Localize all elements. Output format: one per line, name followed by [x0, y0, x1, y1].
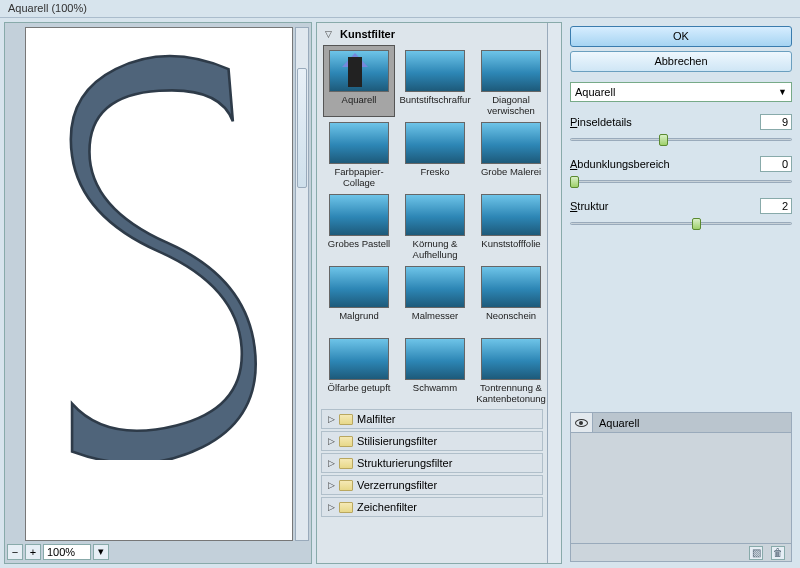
thumb-label: Kunststofffolie — [476, 238, 546, 260]
disclosure-triangle-icon: ▷ — [328, 414, 335, 424]
zoom-percent[interactable]: 100% — [43, 544, 91, 560]
eye-icon — [575, 419, 588, 427]
thumb-image — [329, 194, 389, 236]
param-label: Struktur — [570, 200, 609, 212]
disclosure-triangle-icon: ▷ — [328, 458, 335, 468]
thumb-label: Neonschein — [476, 310, 546, 332]
delete-effect-layer-button[interactable]: 🗑 — [771, 546, 785, 560]
slider-thumb[interactable] — [659, 134, 668, 146]
thumb-image — [481, 122, 541, 164]
filter-thumb[interactable]: Farbpapier-Collage — [323, 117, 395, 189]
thumb-image — [329, 266, 389, 308]
category-label: Malfilter — [357, 413, 396, 425]
thumb-label: Farbpapier-Collage — [324, 166, 394, 188]
category-label: Stilisierungsfilter — [357, 435, 437, 447]
thumb-label: Grobes Pastell — [324, 238, 394, 260]
filter-thumb[interactable]: Aquarell — [323, 45, 395, 117]
folder-icon — [339, 458, 353, 469]
thumb-label: Malgrund — [324, 310, 394, 332]
thumb-label: Malmesser — [400, 310, 470, 332]
thumb-image — [329, 50, 389, 92]
filter-thumb[interactable]: Grobe Malerei — [475, 117, 547, 189]
thumb-image — [405, 194, 465, 236]
slider-thumb[interactable] — [692, 218, 701, 230]
param-abdunklungsbereich: Abdunklungsbereich0 — [570, 156, 792, 188]
filter-thumb[interactable]: Buntstiftschraffur — [399, 45, 471, 117]
thumb-label: Ölfarbe getupft — [324, 382, 394, 404]
filter-thumb[interactable]: Grobes Pastell — [323, 189, 395, 261]
zoom-in-button[interactable]: + — [25, 544, 41, 560]
filter-thumb[interactable]: Ölfarbe getupft — [323, 333, 395, 405]
preview-canvas[interactable] — [25, 27, 293, 541]
layer-name: Aquarell — [593, 413, 791, 432]
param-slider[interactable] — [570, 134, 792, 146]
disclosure-triangle-icon: ▷ — [328, 436, 335, 446]
disclosure-triangle-icon: ▷ — [328, 502, 335, 512]
zoom-out-button[interactable]: − — [7, 544, 23, 560]
param-slider[interactable] — [570, 176, 792, 188]
param-slider[interactable] — [570, 218, 792, 230]
window-title: Aquarell (100%) — [0, 0, 800, 18]
param-value[interactable]: 0 — [760, 156, 792, 172]
category-collapsed[interactable]: ▷Stilisierungsfilter — [321, 431, 543, 451]
thumb-label: Buntstiftschraffur — [400, 94, 470, 116]
filter-thumb[interactable]: Malmesser — [399, 261, 471, 333]
category-collapsed[interactable]: ▷Zeichenfilter — [321, 497, 543, 517]
param-label: Abdunklungsbereich — [570, 158, 670, 170]
effect-layers-panel: Aquarell ▧ 🗑 — [570, 412, 792, 562]
thumb-image — [329, 338, 389, 380]
filter-select-value: Aquarell — [575, 86, 615, 98]
thumb-image — [481, 266, 541, 308]
filter-gallery-panel: ▽ Kunstfilter AquarellBuntstiftschraffur… — [316, 22, 562, 564]
filter-thumb[interactable]: Fresko — [399, 117, 471, 189]
thumb-label: Aquarell — [324, 94, 394, 116]
filter-select[interactable]: Aquarell ▼ — [570, 82, 792, 102]
thumb-label: Diagonal verwischen — [476, 94, 546, 116]
thumb-image — [481, 50, 541, 92]
layers-empty-area — [571, 433, 791, 543]
thumb-label: Körnung & Aufhellung — [400, 238, 470, 260]
visibility-toggle[interactable] — [571, 413, 593, 433]
filter-thumb[interactable]: Diagonal verwischen — [475, 45, 547, 117]
folder-icon — [339, 502, 353, 513]
folder-icon — [339, 436, 353, 447]
gallery-vscrollbar[interactable] — [547, 23, 561, 563]
thumb-image — [329, 122, 389, 164]
preview-image — [46, 43, 272, 460]
filter-thumb[interactable]: Tontrennung & Kantenbetonung — [475, 333, 547, 405]
thumb-image — [405, 266, 465, 308]
category-collapsed[interactable]: ▷Verzerrungsfilter — [321, 475, 543, 495]
param-value[interactable]: 9 — [760, 114, 792, 130]
param-label: Pinseldetails — [570, 116, 632, 128]
filter-thumb[interactable]: Körnung & Aufhellung — [399, 189, 471, 261]
layer-row[interactable]: Aquarell — [571, 413, 791, 433]
thumb-image — [405, 338, 465, 380]
filter-thumb[interactable]: Kunststofffolie — [475, 189, 547, 261]
cancel-button[interactable]: Abbrechen — [570, 51, 792, 72]
slider-thumb[interactable] — [570, 176, 579, 188]
slider-track — [570, 180, 792, 183]
new-effect-layer-button[interactable]: ▧ — [749, 546, 763, 560]
category-label: Zeichenfilter — [357, 501, 417, 513]
category-collapsed[interactable]: ▷Strukturierungsfilter — [321, 453, 543, 473]
param-struktur: Struktur2 — [570, 198, 792, 230]
ok-button[interactable]: OK — [570, 26, 792, 47]
thumb-label: Schwamm — [400, 382, 470, 404]
thumb-label: Fresko — [400, 166, 470, 188]
category-collapsed[interactable]: ▷Malfilter — [321, 409, 543, 429]
filter-thumb[interactable]: Schwamm — [399, 333, 471, 405]
filter-thumb[interactable]: Malgrund — [323, 261, 395, 333]
thumb-label: Grobe Malerei — [476, 166, 546, 188]
scrollbar-thumb[interactable] — [297, 68, 307, 188]
thumb-image — [405, 50, 465, 92]
preview-vscrollbar[interactable] — [295, 27, 309, 541]
folder-icon — [339, 480, 353, 491]
settings-panel: OK Abbrechen Aquarell ▼ Pinseldetails9Ab… — [566, 22, 796, 564]
filter-thumb[interactable]: Neonschein — [475, 261, 547, 333]
category-kunstfilter[interactable]: ▽ Kunstfilter AquarellBuntstiftschraffur… — [321, 25, 543, 407]
zoom-dropdown[interactable]: ▾ — [93, 544, 109, 560]
param-value[interactable]: 2 — [760, 198, 792, 214]
category-label: Verzerrungsfilter — [357, 479, 437, 491]
thumb-image — [405, 122, 465, 164]
thumb-label: Tontrennung & Kantenbetonung — [476, 382, 546, 404]
